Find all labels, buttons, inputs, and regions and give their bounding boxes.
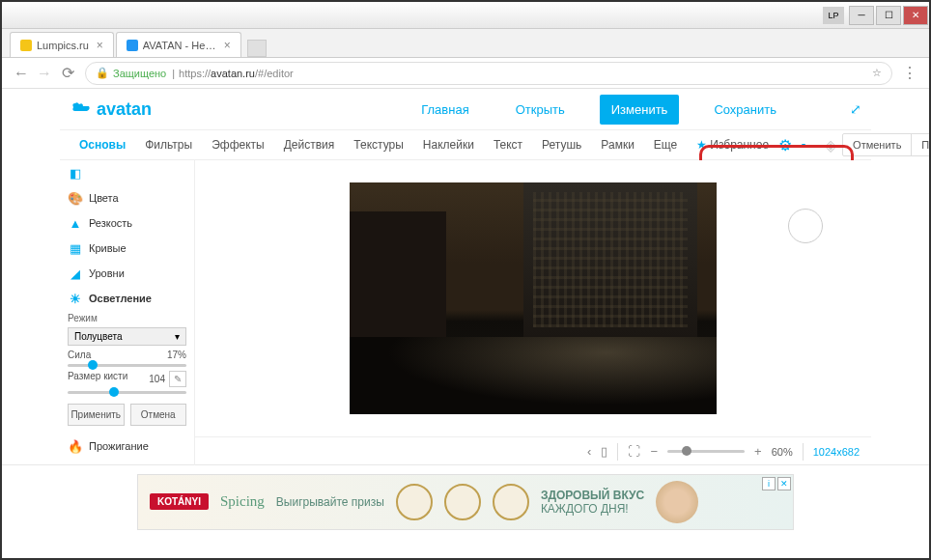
- zoom-out-button[interactable]: −: [650, 444, 658, 459]
- fit-icon[interactable]: ▯: [601, 444, 607, 459]
- url-input[interactable]: 🔒 Защищено | https:// avatan.ru /#/edito…: [85, 62, 892, 85]
- fullscreen-icon[interactable]: ⤢: [850, 101, 861, 117]
- apply-button[interactable]: Применить: [68, 404, 125, 426]
- minimize-button[interactable]: ─: [849, 6, 874, 25]
- tab-effects[interactable]: Эффекты: [202, 138, 274, 152]
- nav-edit[interactable]: Изменить: [600, 95, 680, 125]
- zoom-in-button[interactable]: +: [754, 444, 762, 459]
- browser-menu-button[interactable]: ⋮: [898, 64, 921, 82]
- tab-title: Lumpics.ru: [37, 40, 89, 51]
- sharpness-icon: ▲: [68, 215, 83, 231]
- sidebar-item-sharpness[interactable]: ▲Резкость: [60, 210, 194, 236]
- zoom-value: 60%: [772, 446, 793, 458]
- action-row: Применить Отмена: [60, 396, 194, 434]
- ad-banner[interactable]: KOTÁNYI Spicing Выигрывайте призы ЗДОРОВ…: [137, 474, 794, 530]
- clone-icon: ⧉: [68, 463, 83, 465]
- tab-close-icon[interactable]: ×: [97, 39, 103, 52]
- chevron-left-icon[interactable]: ‹: [587, 444, 591, 459]
- tab-frames[interactable]: Рамки: [591, 138, 643, 152]
- brush-slider[interactable]: [68, 391, 186, 394]
- brush-value: 104: [149, 374, 165, 384]
- canvas-image[interactable]: [350, 182, 717, 414]
- tab-text[interactable]: Текст: [484, 138, 532, 152]
- zoom-slider[interactable]: [667, 450, 745, 453]
- maximize-button[interactable]: ☐: [876, 6, 901, 25]
- gear-icon[interactable]: ⚙: [778, 136, 792, 154]
- ad-close-icon[interactable]: ✕: [777, 477, 791, 490]
- canvas-area: ‹ ▯ ⛶ − + 60% 1024x682: [195, 160, 871, 465]
- app-logo[interactable]: avatan: [70, 99, 152, 120]
- canvas-wrap: [195, 160, 871, 436]
- secure-label: Защищено: [113, 68, 166, 79]
- palette-icon: 🎨: [68, 190, 83, 206]
- ad-text: Выигрывайте призы: [276, 495, 384, 509]
- nav-save[interactable]: Сохранить: [702, 95, 788, 125]
- chevron-down-icon[interactable]: ▾: [802, 141, 805, 150]
- sidebar-label: Цвета: [89, 192, 119, 204]
- dimensions-label: 1024x682: [813, 446, 860, 458]
- tab-textures[interactable]: Текстуры: [344, 138, 413, 152]
- undo-redo-group: Отменить Повторить: [842, 133, 931, 156]
- fullscreen-icon[interactable]: ⛶: [628, 444, 640, 459]
- nav-home[interactable]: Главная: [409, 95, 480, 125]
- strength-slider[interactable]: [68, 364, 186, 367]
- brush-cursor: [788, 209, 823, 243]
- bookmark-star-icon[interactable]: ☆: [872, 67, 882, 79]
- close-button[interactable]: ✕: [903, 6, 928, 25]
- new-tab-button[interactable]: [247, 40, 267, 57]
- tool-icon: ◧: [68, 165, 83, 181]
- favicon-icon: [127, 40, 138, 51]
- sidebar-label: Уровни: [89, 267, 125, 279]
- tab-title: AVATAN - Необычный С: [143, 40, 216, 51]
- mode-select[interactable]: Полуцвета▾: [68, 327, 186, 346]
- tab-retouch[interactable]: Ретушь: [532, 138, 591, 152]
- sidebar-item-levels[interactable]: ◢Уровни: [60, 261, 194, 286]
- favicon-icon: [20, 40, 32, 51]
- ad-script-text: Spicing: [220, 493, 265, 510]
- url-prefix: https://: [179, 68, 211, 79]
- sidebar-label: Осветление: [89, 293, 152, 304]
- mode-label: Режим: [60, 311, 194, 325]
- sidebar-label: Кривые: [89, 242, 127, 254]
- layers-icon[interactable]: ◈: [825, 136, 836, 154]
- sidebar-item-curves[interactable]: ▦Кривые: [60, 236, 194, 261]
- tab-basics[interactable]: Основы: [70, 138, 135, 152]
- ad-product-icon: [493, 484, 529, 520]
- tab-actions[interactable]: Действия: [274, 138, 345, 152]
- browser-tab[interactable]: AVATAN - Необычный С ×: [116, 32, 241, 57]
- sidebar-item-burn[interactable]: 🔥Прожигание: [60, 434, 194, 459]
- ad-face-image: [656, 481, 698, 523]
- forward-button[interactable]: →: [33, 62, 56, 85]
- app-container: avatan Главная Открыть Изменить Сохранит…: [2, 89, 929, 465]
- tab-filters[interactable]: Фильтры: [135, 138, 202, 152]
- sidebar-item-clone[interactable]: ⧉Клонирование: [60, 459, 194, 465]
- sidebar-item-top[interactable]: ◧: [60, 160, 194, 185]
- lock-icon: 🔒: [96, 67, 109, 79]
- tab-stickers[interactable]: Наклейки: [413, 138, 484, 152]
- tab-favorites[interactable]: ★Избранное: [687, 138, 778, 152]
- strength-slider-row: Сила17%: [60, 348, 194, 369]
- browser-tab[interactable]: Lumpics.ru ×: [10, 32, 114, 57]
- sidebar-item-brighten[interactable]: ☀Осветление: [60, 286, 194, 311]
- curves-icon: ▦: [68, 240, 83, 256]
- star-icon: ★: [696, 138, 707, 152]
- undo-button[interactable]: Отменить: [843, 134, 912, 155]
- flame-icon: 🔥: [68, 438, 83, 454]
- tab-close-icon[interactable]: ×: [224, 39, 231, 52]
- levels-icon: ◢: [68, 266, 83, 281]
- back-button[interactable]: ←: [10, 62, 33, 85]
- sidebar-item-colors[interactable]: 🎨Цвета: [60, 185, 194, 210]
- main-nav: Главная Открыть Изменить Сохранить ⤢: [409, 95, 861, 125]
- tab-more[interactable]: Еще: [644, 138, 687, 152]
- strength-label: Сила: [68, 350, 91, 360]
- ad-info-icon[interactable]: i: [762, 477, 776, 490]
- app-header: avatan Главная Открыть Изменить Сохранит…: [60, 89, 871, 129]
- url-separator: |: [172, 68, 175, 79]
- redo-button[interactable]: Повторить: [912, 134, 931, 155]
- eraser-toggle[interactable]: ✎: [169, 371, 186, 387]
- nav-open[interactable]: Открыть: [504, 95, 577, 125]
- user-badge[interactable]: LP: [823, 7, 844, 24]
- url-host: avatan.ru: [211, 68, 255, 79]
- reload-button[interactable]: ⟳: [56, 62, 79, 85]
- cancel-button[interactable]: Отмена: [130, 404, 187, 426]
